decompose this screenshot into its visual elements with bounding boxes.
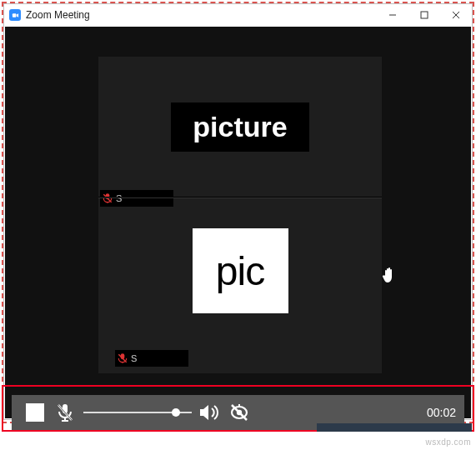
speaker-icon (198, 402, 222, 423)
recording-timer: 00:02 (427, 406, 456, 419)
titlebar: Zoom Meeting (4, 4, 472, 26)
raise-hand-icon (382, 267, 397, 289)
thumbnail-label-1: picture (193, 111, 287, 142)
participant-tile-1[interactable]: picture (98, 57, 382, 197)
camera-off-button[interactable] (225, 398, 255, 428)
mic-muted-icon (54, 402, 76, 423)
mute-mic-button[interactable] (50, 398, 80, 428)
participant-thumbnail-1: picture (171, 102, 308, 152)
svg-rect-2 (421, 12, 428, 18)
watermark: wsxdp.com (425, 438, 471, 447)
close-button[interactable] (440, 4, 472, 26)
thumbnail-label-2: pic (216, 248, 264, 294)
stop-recording-button[interactable] (20, 398, 50, 428)
participant-tile-2[interactable]: pic (98, 198, 382, 343)
app-window: Zoom Meeting picture S pic (3, 3, 473, 420)
meeting-area: picture S pic (5, 27, 471, 418)
camera-off-icon (228, 402, 252, 423)
participant-thumbnail-2: pic (193, 228, 288, 313)
slider-thumb[interactable] (172, 408, 180, 417)
stop-icon (26, 403, 44, 422)
video-gallery: picture S pic (98, 57, 382, 373)
zoom-app-icon (9, 9, 21, 21)
svg-rect-18 (238, 404, 240, 408)
tile-divider (98, 197, 382, 198)
window-title: Zoom Meeting (26, 9, 90, 21)
participant-nametag-2: S (115, 350, 188, 367)
minimize-button[interactable] (377, 4, 408, 26)
mic-muted-icon (117, 352, 128, 364)
svg-rect-0 (12, 13, 16, 18)
maximize-button[interactable] (408, 4, 440, 26)
participant-name-2: S (131, 353, 137, 363)
decorative-strip (317, 423, 472, 432)
volume-slider[interactable] (83, 398, 192, 428)
speaker-button[interactable] (195, 398, 225, 428)
